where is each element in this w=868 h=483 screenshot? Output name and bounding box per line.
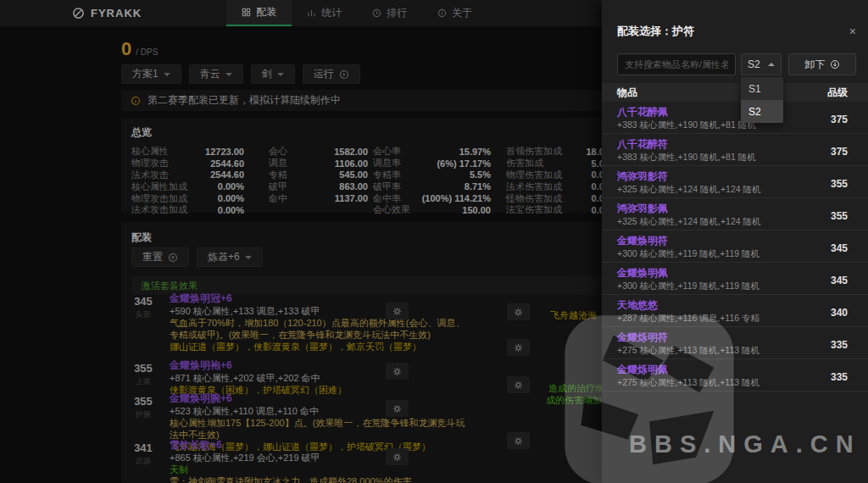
logo-icon	[72, 7, 85, 19]
refine-label: 炼器+6	[208, 250, 240, 264]
stat-value: 2544.60	[210, 169, 244, 180]
item-settings-button[interactable]	[386, 400, 409, 417]
stat-row: 专精 545.00	[269, 169, 368, 181]
drawer-item-row[interactable]: 金耀烁明佩 +275 核心属性,+113 随机,+113 随机 335	[602, 359, 868, 391]
stat-label: 专精率	[373, 169, 401, 181]
item-level: 345	[127, 295, 159, 308]
item-settings-button[interactable]	[386, 448, 409, 465]
item-settings-button[interactable]	[507, 303, 530, 320]
item-level-badge: 355 上装	[127, 362, 159, 387]
drawer-item-stats: +325 核心属性,+124 随机,+124 随机	[617, 183, 761, 196]
overview-column-3: 会心率 15.97% 调息率 (6%) 17.17% 专精率 5.5%	[373, 146, 491, 216]
drawer-item-row[interactable]: 鸿弥羽影符 +325 核心属性,+124 随机,+124 随机 355	[602, 166, 868, 198]
item-settings-button[interactable]	[507, 432, 530, 449]
drawer-item-text: 鸿弥羽影佩 +325 核心属性,+124 随机,+124 随机	[617, 203, 761, 230]
stat-row: 会心效果 150.00	[373, 204, 491, 216]
season-dropdown-menu: S1 S2	[741, 77, 783, 123]
drawer-item-row[interactable]: 金耀烁明符 +275 核心属性,+113 随机,+113 随机 335	[602, 327, 868, 359]
stat-row: 物理伤害加成 0.00	[506, 169, 609, 181]
tab-ranking[interactable]: 排行	[357, 0, 422, 26]
drawer-item-text: 金耀烁明符 +275 核心属性,+113 随机,+113 随机	[617, 331, 760, 358]
close-icon[interactable]: ×	[849, 25, 856, 37]
school-label: 青云	[200, 67, 220, 81]
stat-row: 破甲 863.00	[269, 180, 368, 192]
item-card-text: 金耀焕明袍+6 +871 核心属性,+202 破甲,+202 命中 侠影渡黄泉（…	[170, 359, 468, 396]
dps-readout: 0 / DPS	[121, 38, 158, 60]
drawer-item-text: 金耀焕明符 +300 核心属性,+119 随机,+119 随机	[617, 235, 760, 262]
drawer-item-row[interactable]: 八千花醉佩 +383 核心属性,+190 随机,+81 随机 375	[602, 102, 868, 134]
app-logo[interactable]: FYRAKK	[0, 0, 142, 26]
stat-row: 命中率 (100%) 114.21%	[373, 192, 491, 204]
drawer-item-stats: +287 核心属性,+116 调息,+116 专精	[617, 312, 760, 325]
item-source: 娜山证道（噩梦），侠影渡黄泉（噩梦），邺京天罚（噩梦）	[170, 341, 468, 353]
item-settings-button[interactable]	[386, 303, 409, 319]
weapon-select-button[interactable]: 剑	[251, 64, 295, 84]
info-icon	[437, 8, 447, 18]
school-select-button[interactable]: 青云	[189, 64, 243, 84]
stat-value: 5.5%	[470, 169, 491, 180]
stat-label: 破甲率	[373, 180, 401, 193]
stat-value: 0.00%	[218, 181, 244, 192]
drawer-item-row[interactable]: 鸿弥羽影佩 +325 核心属性,+124 随机,+124 随机 355	[602, 198, 868, 230]
item-craft-tag: 天制	[170, 464, 468, 475]
item-settings-button[interactable]	[386, 363, 409, 380]
tab-gearing[interactable]: 配装	[226, 0, 292, 26]
stat-row: 首领伤害加成 18.00	[506, 146, 609, 158]
drawer-item-text: 八千花醉佩 +383 核心属性,+190 随机,+81 随机	[617, 106, 756, 133]
gear-icon	[392, 307, 402, 316]
toolbar: 方案1 青云 剑 运行	[121, 64, 360, 84]
stat-label: 命中率	[373, 192, 401, 205]
dps-value: 0	[121, 38, 131, 60]
item-settings-button[interactable]	[507, 376, 530, 393]
drawer-item-row[interactable]: 八千花醉符 +383 核心属性,+190 随机,+81 随机 375	[602, 134, 868, 166]
stat-row: 法术攻击 2544.60	[131, 169, 244, 181]
drawer-item-grade: 335	[831, 339, 848, 351]
season-option-s1[interactable]: S1	[741, 77, 783, 100]
drawer-title: 配装选择：护符	[617, 24, 694, 39]
drawer-item-row[interactable]: 金耀焕明佩 +300 核心属性,+119 随机,+119 随机 345	[602, 263, 868, 295]
search-input[interactable]	[617, 53, 736, 75]
chevron-down-icon	[164, 73, 170, 76]
stat-value: 1582.00	[334, 147, 368, 157]
drawer-item-name: 八千花醉符	[617, 138, 756, 151]
drawer-item-grade: 345	[831, 275, 848, 286]
stat-value: (6%) 17.17%	[437, 158, 491, 169]
stat-row: 破甲率 8.71%	[373, 180, 491, 192]
season-option-s2[interactable]: S2	[741, 100, 783, 123]
stat-label: 法术伤害加成	[506, 180, 562, 193]
season-select[interactable]: S2	[741, 53, 782, 75]
gear-toolbar: 重置 炼器+6	[131, 247, 263, 267]
drawer-item-name: 金耀烁明符	[617, 331, 760, 344]
drawer-item-stats: +275 核心属性,+113 随机,+113 随机	[617, 344, 760, 357]
reset-label: 重置	[142, 250, 163, 264]
drawer-item-row[interactable]: 金耀焕明符 +300 核心属性,+119 随机,+119 随机 345	[602, 230, 868, 263]
column-item: 物品	[617, 86, 637, 100]
plan-select-button[interactable]: 方案1	[121, 64, 181, 84]
drawer-item-row[interactable]: 天地悠悠 +287 核心属性,+116 调息,+116 专精 340	[602, 295, 868, 327]
reset-button[interactable]: 重置	[131, 247, 189, 267]
item-name: 雪饮长歌+6	[170, 439, 468, 451]
unequip-label: 卸下	[805, 58, 826, 72]
grid-icon	[242, 8, 251, 17]
tab-about[interactable]: 关于	[422, 0, 487, 26]
tab-statistics[interactable]: 统计	[292, 0, 357, 26]
tab-label: 关于	[452, 6, 472, 20]
refine-select-button[interactable]: 炼器+6	[197, 247, 263, 267]
drawer-item-name: 金耀焕明佩	[617, 267, 760, 280]
unequip-button[interactable]: 卸下	[788, 53, 856, 75]
app-screen: FYRAKK 配装 统计 排行	[0, 0, 868, 483]
stat-label: 会心	[269, 145, 287, 158]
drawer-item-name: 八千花醉佩	[617, 106, 756, 119]
run-button[interactable]: 运行	[303, 64, 360, 84]
clock-icon	[372, 8, 381, 18]
drawer-item-grade: 375	[831, 114, 848, 125]
item-description: 气血高于70%时，增加180（120-210）点最高的额外属性(会心、调息、专精…	[170, 317, 468, 341]
item-select-drawer: 配装选择：护符 × S2 卸下 物品 品级 八千花醉佩 +383 核心属性,+	[602, 0, 868, 483]
stat-label: 伤害加成	[506, 157, 543, 169]
tab-label: 配装	[256, 5, 276, 19]
item-settings-button[interactable]	[507, 339, 530, 356]
stat-row: 会心率 15.97%	[373, 146, 491, 158]
gear-icon	[514, 380, 523, 390]
set-effect-label: 激活套装效果	[142, 280, 198, 292]
plan-label: 方案1	[132, 67, 159, 81]
